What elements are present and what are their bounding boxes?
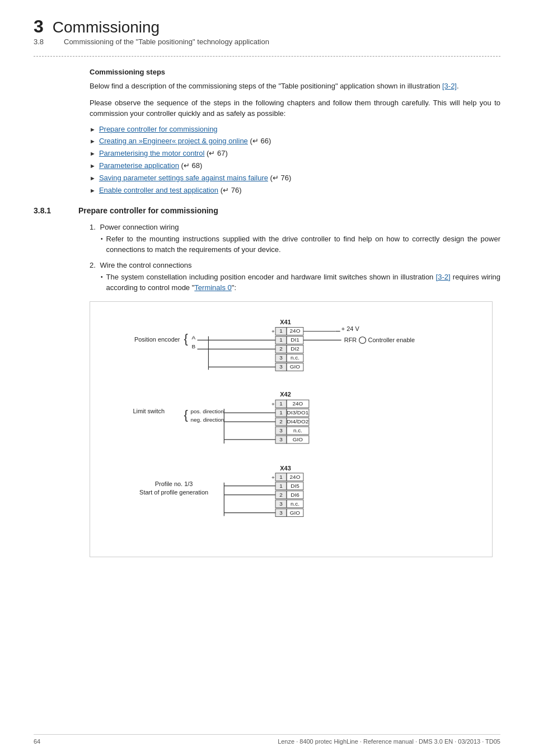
svg-text:3: 3 [279, 354, 283, 361]
svg-text:+ 24 V: + 24 V [341, 325, 360, 332]
numbered-steps: 1. Power connection wiring • Refer to th… [90, 223, 500, 293]
svg-text:DI4/DO2: DI4/DO2 [287, 418, 309, 424]
step-ref: (↵ 66) [250, 137, 271, 145]
svg-text:24O: 24O [290, 328, 301, 334]
step-2-number: 2. [90, 261, 96, 269]
step-link-1[interactable]: Prepare controller for commissioning [99, 125, 218, 133]
ref-3-2-link-1[interactable]: [3-2] [442, 82, 457, 90]
svg-text:A: A [192, 334, 196, 340]
svg-text:+: + [271, 474, 275, 480]
arrow-icon: ► [90, 150, 96, 157]
list-item: ► Parameterise application (↵ 68) [90, 161, 500, 170]
list-item: ► Prepare controller for commissioning [90, 125, 500, 133]
svg-text:1: 1 [279, 400, 283, 407]
arrow-icon: ► [90, 162, 96, 169]
svg-text:DI2: DI2 [291, 346, 299, 352]
chapter-number: 3 [34, 17, 44, 36]
svg-text:{: { [184, 408, 188, 422]
terminals-0-link[interactable]: Terminals 0 [194, 283, 231, 292]
step-link-3[interactable]: Parameterising the motor control [99, 149, 205, 157]
svg-text:GIO: GIO [290, 509, 301, 515]
svg-text:Limit switch: Limit switch [133, 408, 165, 414]
svg-text:neg. direction: neg. direction [191, 417, 224, 423]
svg-text:RFR: RFR [344, 337, 357, 343]
svg-text:X42: X42 [280, 391, 291, 398]
svg-text:X43: X43 [280, 464, 291, 471]
ref-3-2-link-2[interactable]: [3-2] [436, 273, 451, 281]
svg-text:2: 2 [279, 346, 283, 352]
svg-point-34 [359, 337, 366, 343]
svg-text:DI6: DI6 [291, 491, 299, 497]
svg-text:3: 3 [279, 500, 283, 506]
commissioning-steps-title: Commissioning steps [90, 68, 500, 76]
svg-text:2: 2 [279, 418, 283, 424]
svg-text:Profile no. 1/3: Profile no. 1/3 [155, 480, 193, 487]
section-title: Commissioning of the "Table positioning"… [64, 38, 269, 46]
doc-info: Lenze · 8400 protec HighLine · Reference… [278, 738, 500, 745]
chapter-title: Commissioning [53, 19, 160, 36]
bullet-icon: • [101, 235, 103, 243]
section-number: 3.8 [34, 38, 50, 46]
step-link-5[interactable]: Saving parameter settings safe against m… [99, 174, 268, 182]
arrow-icon: ► [90, 175, 96, 181]
svg-text:DI1: DI1 [291, 337, 299, 343]
svg-text:3: 3 [279, 436, 283, 442]
commissioning-content: Commissioning steps Below find a descrip… [34, 68, 500, 557]
svg-text:2: 2 [279, 491, 283, 497]
svg-text:Position encoder: Position encoder [134, 336, 180, 343]
step-1: 1. Power connection wiring • Refer to th… [90, 223, 500, 255]
svg-text:+: + [271, 401, 275, 407]
wiring-diagram-svg: .diag-text { font-family: Arial, sans-se… [101, 311, 481, 546]
step-link-6[interactable]: Enable controller and test application [99, 186, 218, 194]
svg-text:{: { [184, 332, 188, 346]
subsection-number: 3.8.1 [34, 206, 67, 215]
svg-text:1: 1 [279, 473, 283, 479]
svg-text:24O: 24O [290, 473, 301, 479]
arrow-icon: ► [90, 126, 96, 133]
svg-text:DI3/DO1: DI3/DO1 [287, 409, 309, 416]
svg-text:Controller enable: Controller enable [368, 337, 415, 343]
svg-text:1: 1 [279, 328, 283, 334]
svg-text:1: 1 [279, 337, 283, 343]
page-footer: 64 Lenze · 8400 protec HighLine · Refere… [34, 734, 500, 745]
page-header: 3 Commissioning 3.8 Commissioning of the… [34, 17, 500, 46]
step-ref: (↵ 76) [221, 186, 242, 194]
subsection-title: Prepare controller for commissioning [78, 206, 218, 215]
svg-text:24O: 24O [293, 400, 303, 407]
step-link-4[interactable]: Parameterise application [99, 161, 179, 170]
bullet-item: • The system constellation including pos… [101, 272, 500, 293]
svg-text:1: 1 [279, 482, 283, 488]
svg-text:+: + [271, 328, 275, 334]
arrow-icon: ► [90, 187, 96, 194]
step-1-bullets: • Refer to the mounting instructions sup… [101, 234, 500, 255]
bullet-icon: • [101, 273, 103, 281]
step-ref: (↵ 68) [181, 161, 203, 170]
steps-list: ► Prepare controller for commissioning ►… [90, 125, 500, 195]
step-ref: (↵ 67) [207, 149, 228, 157]
section-divider [34, 56, 500, 57]
svg-text:B: B [192, 343, 196, 349]
bullet-item: • Refer to the mounting instructions sup… [101, 234, 500, 255]
svg-text:DI5: DI5 [291, 482, 299, 488]
step-link-2[interactable]: Creating an »Engineer« project & going o… [99, 137, 248, 145]
svg-text:n.c.: n.c. [293, 427, 302, 433]
step-1-number: 1. [90, 223, 96, 231]
svg-text:X41: X41 [280, 318, 291, 325]
svg-text:n.c.: n.c. [291, 354, 299, 361]
page-number: 64 [34, 738, 40, 745]
svg-text:3: 3 [279, 363, 283, 370]
list-item: ► Creating an »Engineer« project & going… [90, 137, 500, 146]
step-2-label: Wire the control connections [100, 261, 191, 269]
svg-text:1: 1 [279, 409, 283, 416]
svg-text:3: 3 [279, 427, 283, 433]
list-item: ► Enable controller and test application… [90, 186, 500, 195]
step-2-bullets: • The system constellation including pos… [101, 272, 500, 293]
subsection-header: 3.8.1 Prepare controller for commissioni… [34, 206, 500, 215]
svg-text:pos. direction: pos. direction [191, 408, 224, 414]
wiring-diagram: .diag-text { font-family: Arial, sans-se… [90, 301, 493, 557]
svg-text:Start of profile generation: Start of profile generation [139, 488, 208, 495]
paragraph-2: Please observe the sequence of the steps… [90, 97, 500, 119]
step-1-label: Power connection wiring [100, 223, 179, 231]
svg-text:n.c.: n.c. [291, 500, 299, 506]
step-2: 2. Wire the control connections • The sy… [90, 261, 500, 293]
